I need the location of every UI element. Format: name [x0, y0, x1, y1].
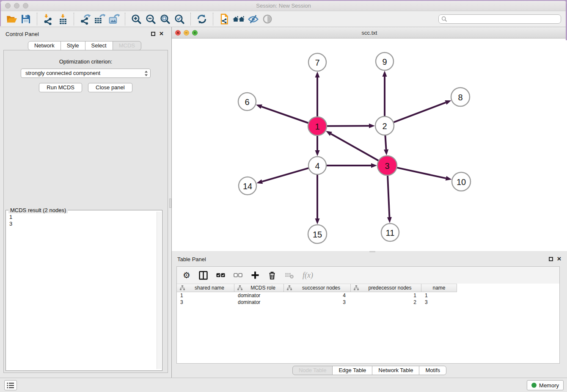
column-header-shared-name[interactable]: shared name: [177, 284, 234, 292]
table-cell[interactable]: 3: [421, 299, 457, 305]
table-cell[interactable]: 4: [284, 293, 351, 298]
column-header-name[interactable]: name: [421, 284, 457, 292]
zoom-in-icon[interactable]: [129, 12, 143, 26]
close-panel-icon[interactable]: ✕: [159, 31, 164, 36]
table-settings-icon[interactable]: ⚙: [183, 270, 190, 281]
table-panel-header: Table Panel ✕: [172, 252, 567, 266]
edge-arrowhead: [446, 176, 452, 181]
export-table-icon[interactable]: [92, 12, 107, 26]
task-list-button[interactable]: [4, 380, 17, 390]
table-header-row: shared nameMCDS rolesuccessor nodesprede…: [177, 284, 457, 292]
table-cell[interactable]: dominator: [234, 299, 284, 305]
import-table-icon[interactable]: [55, 12, 70, 26]
home-icon[interactable]: [231, 12, 246, 26]
table-row[interactable]: 3dominator323: [177, 299, 559, 306]
network-canvas[interactable]: 7968124314101511: [172, 39, 567, 251]
table-toolbar: ⚙: [177, 267, 559, 284]
table-cell[interactable]: 3: [177, 299, 234, 305]
export-image-icon[interactable]: [107, 12, 121, 26]
tab-network[interactable]: Network: [28, 41, 61, 50]
show-eye-icon[interactable]: [260, 12, 275, 26]
edge-2-3[interactable]: [385, 135, 386, 149]
delete-row-icon[interactable]: [268, 270, 276, 281]
edge-3-10[interactable]: [396, 168, 446, 178]
table-cell[interactable]: 1: [351, 293, 421, 298]
import-network-icon[interactable]: [41, 12, 55, 26]
refresh-layout-icon[interactable]: [195, 12, 209, 26]
splitter-grip[interactable]: [169, 199, 171, 208]
tab-network-table[interactable]: Network Table: [372, 366, 419, 375]
table-cell[interactable]: 1: [421, 293, 457, 298]
minimize-window-button[interactable]: [14, 3, 19, 8]
column-header-MCDS-role[interactable]: MCDS role: [234, 284, 284, 292]
edge-arrowhead: [371, 163, 377, 168]
close-network-button[interactable]: ✕: [175, 30, 181, 36]
edge-arrowhead: [315, 150, 320, 156]
edge-3-11[interactable]: [388, 175, 389, 217]
function-builder-icon[interactable]: f(x): [303, 270, 313, 281]
column-header-predecessor-nodes[interactable]: predecessor nodes: [351, 284, 421, 292]
select-stepper-icon: [144, 70, 148, 79]
tab-select[interactable]: Select: [85, 41, 113, 50]
mcds-result-box: MCDS result (2 nodes) 13: [6, 210, 162, 371]
zoom-selected-icon[interactable]: [172, 12, 187, 26]
export-network-icon[interactable]: [78, 12, 92, 26]
search-input[interactable]: [438, 14, 561, 24]
edge-4-14[interactable]: [262, 168, 309, 182]
close-window-button[interactable]: [5, 3, 11, 8]
maximize-network-button[interactable]: +: [192, 30, 198, 36]
edge-arrowhead: [445, 100, 451, 105]
memory-status-icon: [531, 383, 537, 388]
minimize-network-button[interactable]: −: [184, 30, 189, 36]
edge-1-6[interactable]: [261, 107, 308, 123]
edge-1-2[interactable]: [327, 126, 369, 126]
tab-motifs[interactable]: Motifs: [419, 366, 446, 375]
edge-arrowhead: [326, 131, 332, 136]
memory-button[interactable]: Memory: [527, 380, 564, 390]
workspace-area: ✕ − + scc.txt 7968124314101511 Table Pan…: [172, 27, 567, 378]
network-window: ✕ − + scc.txt 7968124314101511: [172, 28, 567, 251]
result-node-id: 3: [9, 221, 162, 227]
result-scrollbar[interactable]: [157, 212, 161, 369]
table-panel-title: Table Panel: [177, 256, 206, 262]
run-mcds-button[interactable]: Run MCDS: [39, 83, 82, 92]
maximize-window-button[interactable]: [23, 3, 28, 8]
add-row-icon[interactable]: [251, 270, 259, 281]
table-row[interactable]: 1dominator411: [177, 292, 559, 299]
edge-arrowhead: [315, 218, 320, 224]
toolbar-separator: [190, 13, 191, 25]
hide-eye-icon[interactable]: [246, 12, 260, 26]
network-window-titlebar: ✕ − + scc.txt: [172, 28, 567, 39]
tab-node-table[interactable]: Node Table: [292, 366, 333, 375]
table-cell[interactable]: 3: [284, 299, 351, 305]
deselect-all-icon[interactable]: [234, 270, 242, 281]
zoom-fit-icon[interactable]: [158, 12, 172, 26]
tab-edge-table[interactable]: Edge Table: [332, 366, 372, 375]
app-window: Session: New Session: [0, 1, 567, 392]
open-session-icon[interactable]: [4, 12, 19, 26]
criterion-select[interactable]: strongly connected component: [21, 69, 151, 78]
column-header-successor-nodes[interactable]: successor nodes: [284, 284, 351, 292]
table-cell[interactable]: 2: [351, 299, 421, 305]
close-table-panel-icon[interactable]: ✕: [557, 256, 561, 262]
edge-3-1[interactable]: [331, 134, 379, 161]
table-cell[interactable]: dominator: [234, 293, 284, 298]
delete-table-icon[interactable]: [285, 270, 294, 281]
edge-arrowhead: [369, 124, 375, 128]
select-all-icon[interactable]: [216, 270, 225, 281]
float-table-panel-icon[interactable]: [549, 257, 553, 261]
table-cell[interactable]: 1: [177, 293, 234, 298]
column-visibility-icon[interactable]: [199, 270, 208, 281]
toolbar-separator: [74, 13, 74, 25]
edge-2-8[interactable]: [394, 102, 446, 122]
network-graph[interactable]: 7968124314101511: [172, 39, 567, 251]
float-panel-icon[interactable]: [151, 32, 155, 36]
network-window-controls: ✕ − +: [175, 30, 198, 36]
tab-style[interactable]: Style: [61, 41, 85, 50]
network-from-file-icon[interactable]: [217, 12, 231, 26]
close-panel-button[interactable]: Close panel: [88, 83, 132, 92]
main-toolbar: [0, 11, 567, 27]
tab-mcds[interactable]: MCDS: [113, 41, 141, 50]
zoom-out-icon[interactable]: [143, 12, 158, 26]
save-session-icon[interactable]: [19, 12, 33, 26]
